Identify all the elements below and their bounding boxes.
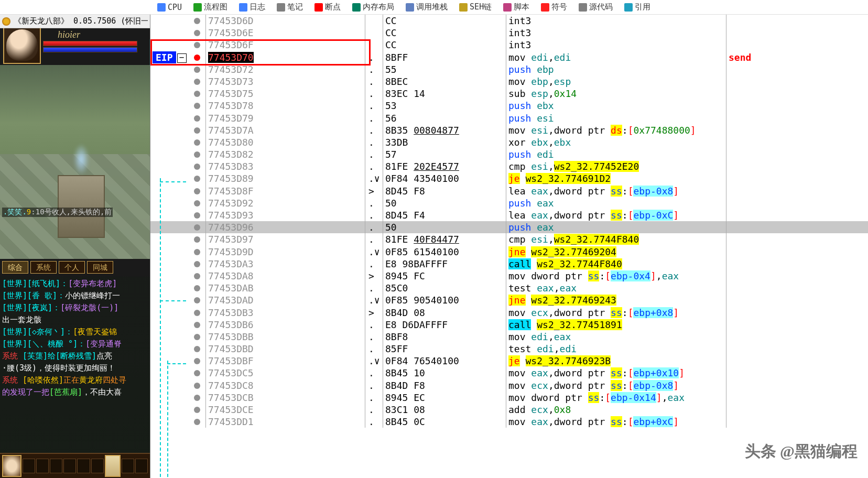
action-slot[interactable]	[122, 459, 134, 473]
breakpoint-col[interactable]	[188, 246, 205, 258]
action-slot[interactable]	[135, 459, 148, 473]
chat-tab[interactable]: 个人	[59, 261, 85, 274]
disasm-row[interactable]: 77453D6FCCint3	[150, 39, 868, 51]
breakpoint-col[interactable]	[188, 270, 205, 282]
breakpoint-col[interactable]	[188, 209, 205, 221]
breakpoint-col[interactable]	[188, 416, 205, 428]
breakpoint-col[interactable]	[188, 355, 205, 367]
collapse-icon[interactable]: −	[177, 53, 187, 63]
disasm-row[interactable]: 77453D75.83EC 14sub esp,0x14	[150, 88, 868, 100]
breakpoint-col[interactable]	[188, 185, 205, 197]
chat-tab[interactable]: 综合	[2, 261, 28, 274]
disasm-row[interactable]: 77453DAD.∨0F85 90540100jne ws2_32.774692…	[150, 294, 868, 306]
disasm-row[interactable]: 77453D80.33DBxor ebx,ebx	[150, 136, 868, 148]
chat-log[interactable]: [世界][纸飞机]：[变异布老虎][世界][香 歌]：小的镖继峰打一[世界][夜…	[0, 277, 150, 453]
breakpoint-col[interactable]	[188, 404, 205, 416]
breakpoint-col[interactable]	[188, 124, 205, 136]
action-slot[interactable]	[77, 459, 90, 473]
toolbar-cpu[interactable]: CPU	[157, 3, 182, 12]
disasm-row[interactable]: 77453D79.56push esi	[150, 112, 868, 124]
character-portrait[interactable]	[3, 26, 41, 64]
breakpoint-col[interactable]	[188, 88, 205, 100]
disasm-row[interactable]: 77453D6ECCint3	[150, 27, 868, 39]
chat-tab[interactable]: 同城	[87, 261, 113, 274]
action-slot[interactable]	[63, 459, 76, 473]
disasm-row[interactable]: 77453D78.53push ebx	[150, 100, 868, 112]
disasm-row[interactable]: 77453D93.8D45 F4lea eax,dword ptr ss:[eb…	[150, 209, 868, 221]
disasm-row[interactable]: 77453DAB.85C0test eax,eax	[150, 282, 868, 294]
disasm-row[interactable]: 77453DCB.8945 ECmov dword ptr ss:[ebp-0x…	[150, 392, 868, 404]
disassembly-panel[interactable]: 77453D6DCCint377453D6ECCint377453D6FCCin…	[150, 15, 868, 478]
breakpoint-col[interactable]	[188, 39, 205, 51]
action-slot[interactable]	[36, 459, 49, 473]
disasm-row[interactable]: 77453D96.50push eax	[150, 221, 868, 233]
disasm-row[interactable]: 77453D92.50push eax	[150, 197, 868, 209]
disasm-col: jne ws2_32.77469243	[506, 294, 726, 306]
action-slot[interactable]	[23, 459, 35, 473]
disasm-row[interactable]: 77453DA3.E8 98BAFFFFcall ws2_32.7744F840	[150, 258, 868, 270]
disasm-row[interactable]: 77453DCE.83C1 08add ecx,0x8	[150, 404, 868, 416]
breakpoint-col[interactable]	[188, 331, 205, 343]
disasm-row[interactable]: 77453DC5.8B45 10mov eax,dword ptr ss:[eb…	[150, 367, 868, 379]
disasm-row[interactable]: 77453D73.8BECmov ebp,esp	[150, 75, 868, 88]
toolbar-log[interactable]: 日志	[239, 2, 265, 12]
breakpoint-col[interactable]	[188, 319, 205, 331]
breakpoint-col[interactable]	[188, 63, 205, 75]
disasm-row[interactable]: 77453DD1.8B45 0Cmov eax,dword ptr ss:[eb…	[150, 416, 868, 428]
breakpoint-col[interactable]	[188, 343, 205, 355]
disasm-row[interactable]: 77453D72.55push ebp	[150, 63, 868, 75]
breakpoint-col[interactable]	[188, 51, 205, 63]
breakpoint-col[interactable]	[188, 221, 205, 233]
toolbar-flow[interactable]: 流程图	[193, 2, 227, 12]
disasm-row[interactable]: 77453D83.81FE 202E4577cmp esi,ws2_32.774…	[150, 160, 868, 172]
disasm-row[interactable]: 77453D82.57push edi	[150, 148, 868, 160]
toolbar-symbols[interactable]: 符号	[541, 2, 567, 12]
disasm-row[interactable]: 77453DBB.8BF8mov edi,eax	[150, 331, 868, 343]
breakpoint-col[interactable]	[188, 367, 205, 379]
disasm-row[interactable]: 77453DB3>8B4D 08mov ecx,dword ptr ss:[eb…	[150, 307, 868, 319]
breakpoint-col[interactable]	[188, 136, 205, 148]
game-scene[interactable]: .笑笑.9:10号收人,来头铁的,前	[0, 65, 150, 259]
disasm-row[interactable]: 77453D6DCCint3	[150, 15, 868, 27]
toolbar-source[interactable]: 源代码	[579, 2, 613, 12]
disasm-row[interactable]: 77453D97.81FE 40F84477cmp esi,ws2_32.774…	[150, 233, 868, 245]
chat-tab[interactable]: 系统	[30, 261, 57, 274]
breakpoint-col[interactable]	[188, 75, 205, 88]
disasm-row[interactable]: EIP−77453D70 .8BFFmov edi,edisend	[150, 51, 868, 63]
disasm-row[interactable]: 77453D9D.∨0F85 61540100jne ws2_32.774692…	[150, 246, 868, 258]
toolbar-bp[interactable]: 断点	[314, 2, 341, 12]
disasm-row[interactable]: 77453DC8.8B4D F8mov ecx,dword ptr ss:[eb…	[150, 379, 868, 392]
action-scroll[interactable]	[105, 455, 121, 477]
disasm-row[interactable]: 77453D89.∨0F84 43540100je ws2_32.774691D…	[150, 172, 868, 184]
toolbar-script[interactable]: 脚本	[503, 2, 529, 12]
toolbar-seh[interactable]: SEH链	[459, 2, 492, 12]
breakpoint-col[interactable]	[188, 172, 205, 184]
breakpoint-col[interactable]	[188, 15, 205, 27]
breakpoint-col[interactable]	[188, 112, 205, 124]
breakpoint-col[interactable]	[188, 233, 205, 245]
disasm-row[interactable]: 77453D7A.8B35 00804877mov esi,dword ptr …	[150, 124, 868, 136]
action-portrait[interactable]	[2, 455, 21, 477]
disasm-row[interactable]: 77453DBD.85FFtest edi,edi	[150, 343, 868, 355]
breakpoint-col[interactable]	[188, 148, 205, 160]
disasm-row[interactable]: 77453D8F>8D45 F8lea eax,dword ptr ss:[eb…	[150, 185, 868, 197]
breakpoint-col[interactable]	[188, 197, 205, 209]
disasm-row[interactable]: 77453DBF.∨0F84 76540100je ws2_32.7746923…	[150, 355, 868, 367]
breakpoint-col[interactable]	[188, 258, 205, 270]
toolbar-ref[interactable]: 引用	[624, 2, 650, 12]
breakpoint-col[interactable]	[188, 160, 205, 172]
breakpoint-col[interactable]	[188, 307, 205, 319]
toolbar-notes[interactable]: 笔记	[277, 2, 303, 12]
disasm-row[interactable]: 77453DA8>8945 FCmov dword ptr ss:[ebp-0x…	[150, 270, 868, 282]
action-slot[interactable]	[91, 459, 104, 473]
toolbar-stack[interactable]: 调用堆栈	[406, 2, 448, 12]
breakpoint-col[interactable]	[188, 294, 205, 306]
breakpoint-col[interactable]	[188, 282, 205, 294]
breakpoint-col[interactable]	[188, 27, 205, 39]
action-slot[interactable]	[50, 459, 62, 473]
breakpoint-col[interactable]	[188, 392, 205, 404]
breakpoint-col[interactable]	[188, 379, 205, 392]
toolbar-mem[interactable]: 内存布局	[352, 2, 394, 12]
disasm-row[interactable]: 77453DB6.E8 D6DAFFFFcall ws2_32.77451891	[150, 319, 868, 331]
breakpoint-col[interactable]	[188, 100, 205, 112]
